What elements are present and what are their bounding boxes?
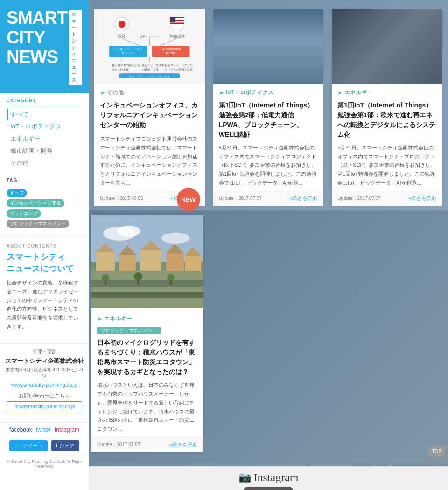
article-2-body: 5月31日、スマートシティ企画株式会社のオフィス内でスマートシティプロジェクト（… xyxy=(213,143,324,191)
svg-rect-79 xyxy=(105,280,106,285)
svg-text:企業マッチング: 企業マッチング xyxy=(140,35,160,38)
tag-list: すべて インキュベーション支援 プランニング プロジェクトマネジメント xyxy=(7,189,82,228)
article-3-readmore[interactable]: »続きを読む xyxy=(408,195,437,202)
category-urban-link[interactable]: 都市計画・開発 xyxy=(7,145,82,156)
article-4-image xyxy=(91,215,203,310)
share-button[interactable]: f シェア xyxy=(51,440,79,451)
site-logo[interactable]: SMART CITY NEWS スマートシティニュース xyxy=(0,0,89,93)
instagram-tag[interactable]: #スマートシティ xyxy=(243,487,293,490)
svg-line-12 xyxy=(160,38,177,46)
article-2-readmore[interactable]: »続きを読む xyxy=(289,195,318,202)
svg-rect-30 xyxy=(213,9,324,84)
svg-text:CA Incubation: CA Incubation xyxy=(161,47,181,50)
about-section: ABOUT CONTENTS スマートシティニュースについて 社会デザインの変容… xyxy=(0,236,89,341)
company-name: スマートシティ企画株式会社 xyxy=(5,357,84,365)
svg-rect-54 xyxy=(407,44,440,59)
category-energy-link[interactable]: エネルギー xyxy=(7,133,82,144)
facebook-link[interactable]: facebook xyxy=(9,426,32,433)
category-iot[interactable]: IoT・ロボティクス xyxy=(7,121,82,132)
share-label: シェア xyxy=(59,442,75,449)
category-arrow-icon: ➤ xyxy=(100,89,105,96)
svg-rect-73 xyxy=(185,256,201,271)
svg-text:投資: 投資 xyxy=(118,34,126,38)
category-urban[interactable]: 都市計画・開発 xyxy=(7,145,82,156)
svg-point-1 xyxy=(119,21,126,28)
tweet-button[interactable]: 🐦 ツイート xyxy=(9,440,48,451)
category-all-link[interactable]: すべて xyxy=(7,109,82,120)
tag-label: TAG xyxy=(7,178,82,185)
article-4-tag: プロジェクトマネジメント xyxy=(97,327,161,334)
instagram-header: 📷 Instagram xyxy=(238,471,299,484)
svg-text:立ち上げ支援: 立ち上げ支援 xyxy=(112,68,129,71)
svg-rect-69 xyxy=(140,250,161,271)
svg-point-40 xyxy=(288,62,299,73)
svg-rect-52 xyxy=(357,47,372,57)
article-4-footer: Update：2017.07.07 »続きを読む xyxy=(91,437,203,452)
article-2-category: ➤ IoT・ロボティクス xyxy=(213,84,324,99)
instagram-link[interactable]: Instagram xyxy=(55,426,79,433)
category-iot-link[interactable]: IoT・ロボティクス xyxy=(7,121,82,132)
svg-text:スマートシティプロジェクト: スマートシティプロジェクト xyxy=(128,75,171,78)
share-icon: f xyxy=(56,443,57,448)
svg-rect-77 xyxy=(91,292,203,298)
svg-rect-47 xyxy=(357,32,372,42)
company-mgmt-label: 管理・運営 xyxy=(5,348,84,355)
svg-rect-44 xyxy=(332,9,442,84)
tag-pj[interactable]: プロジェクトマネジメント xyxy=(7,220,69,228)
category-energy[interactable]: エネルギー xyxy=(7,133,82,144)
svg-text:BA: BA xyxy=(419,47,429,55)
svg-rect-50 xyxy=(417,32,437,42)
svg-point-82 xyxy=(167,274,175,281)
about-desc: 社会デザインの変容、多様化するニーズ、進むデジタライゼーションの中でスマートシテ… xyxy=(7,278,82,331)
svg-rect-53 xyxy=(377,47,392,57)
svg-point-39 xyxy=(284,70,302,84)
category-label: CATEGORY xyxy=(7,98,82,105)
category-list: すべて IoT・ロボティクス エネルギー 都市計画・開発 その他 xyxy=(7,109,82,169)
twitter-link[interactable]: twitter xyxy=(36,426,51,433)
main-content: 投資 企業マッチング 知識提供 インキュベーション オフィス CA In xyxy=(89,0,448,490)
article-4-readmore[interactable]: »続きを読む xyxy=(169,441,198,448)
article-2-date: Update：2017.07.07 xyxy=(219,195,262,202)
category-arrow-2-icon: ➤ xyxy=(219,89,224,96)
svg-text:知識提供: 知識提供 xyxy=(170,34,185,38)
article-3-category: ➤ エネルギー xyxy=(332,84,442,99)
svg-rect-6 xyxy=(170,17,175,22)
article-1-image: 投資 企業マッチング 知識提供 インキュベーション オフィス CA In xyxy=(94,9,205,84)
category-other-link[interactable]: その他 xyxy=(7,157,82,169)
copyright-text: © Smart City Planning Co., Ltd. All Righ… xyxy=(0,455,89,472)
tag-planning[interactable]: プランニング xyxy=(7,209,41,218)
article-card-2: ➤ IoT・ロボティクス 第1回IoT（Internet of Things）勉… xyxy=(213,9,324,206)
instagram-title: Instagram xyxy=(254,471,299,484)
svg-point-80 xyxy=(134,272,142,281)
svg-point-38 xyxy=(268,63,279,73)
article-3-footer: Update：2017.07.07 »続きを読む xyxy=(332,191,442,206)
company-url-link[interactable]: www.smartcity-planning.co.jp xyxy=(5,382,84,388)
about-title: スマートシティニュースについて xyxy=(7,251,82,275)
svg-text:インキュベーション: インキュベーション xyxy=(113,47,143,50)
svg-rect-45 xyxy=(332,27,442,84)
logo-line2: CITY xyxy=(7,28,67,48)
article-wide-4: ➤ エネルギー プロジェクトマネジメント 日本初のマイクログリッドを有するまちづ… xyxy=(91,215,203,452)
svg-point-41 xyxy=(304,70,322,84)
tag-all[interactable]: すべて xyxy=(7,189,27,197)
wide-cat-arrow-icon: ➤ xyxy=(97,315,102,322)
svg-rect-32 xyxy=(226,19,311,54)
top-button[interactable]: TOP xyxy=(428,446,445,457)
svg-rect-31 xyxy=(223,16,314,57)
tag-incubation[interactable]: インキュベーション支援 xyxy=(7,199,64,207)
svg-point-37 xyxy=(264,70,282,84)
svg-rect-51 xyxy=(337,47,352,57)
svg-point-63 xyxy=(117,226,140,237)
svg-line-10 xyxy=(122,38,140,46)
article-2-image xyxy=(213,9,324,84)
svg-rect-48 xyxy=(377,32,392,42)
category-other[interactable]: その他 xyxy=(7,157,82,169)
logo-line3: NEWS xyxy=(7,48,67,67)
bottom-articles-section: ➤ エネルギー プロジェクトマネジメント 日本初のマイクログリッドを有するまちづ… xyxy=(89,210,448,466)
article-3-title: 第1回IoT（Internet of Things）勉強会第1部：欧米で進む再エ… xyxy=(332,99,442,143)
category-all[interactable]: すべて xyxy=(7,109,82,120)
svg-text:の構築・提案: の構築・提案 xyxy=(142,68,159,71)
town-svg xyxy=(91,215,203,308)
inquiry-email-link[interactable]: info@smartcity-planning.co.jp xyxy=(7,401,82,412)
article-3-date: Update：2017.07.07 xyxy=(337,195,380,202)
